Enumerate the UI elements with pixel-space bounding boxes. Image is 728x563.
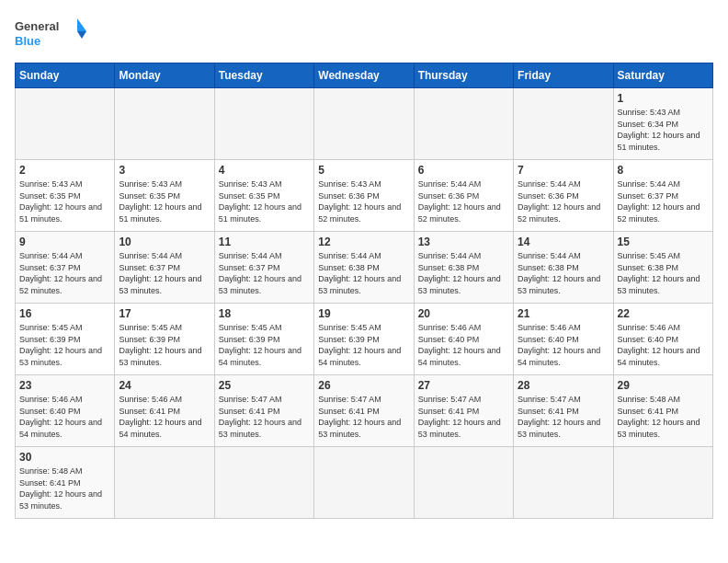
weekday-header-sunday: Sunday: [16, 63, 115, 88]
weekday-header-friday: Friday: [514, 63, 613, 88]
calendar-cell: 2Sunrise: 5:43 AM Sunset: 6:35 PM Daylig…: [16, 160, 115, 232]
day-number: 10: [119, 236, 210, 248]
day-info: Sunrise: 5:44 AM Sunset: 6:38 PM Dayligh…: [318, 250, 409, 296]
calendar-cell: 9Sunrise: 5:44 AM Sunset: 6:37 PM Daylig…: [16, 232, 115, 304]
day-number: 8: [618, 164, 709, 177]
generalblue-logo: General Blue: [15, 15, 88, 52]
calendar-cell: [414, 88, 513, 160]
calendar-cell: [514, 447, 613, 519]
calendar-cell: 21Sunrise: 5:46 AM Sunset: 6:40 PM Dayli…: [514, 304, 613, 375]
day-info: Sunrise: 5:44 AM Sunset: 6:37 PM Dayligh…: [19, 250, 110, 296]
day-info: Sunrise: 5:47 AM Sunset: 6:41 PM Dayligh…: [318, 394, 409, 440]
calendar-cell: 19Sunrise: 5:45 AM Sunset: 6:39 PM Dayli…: [314, 304, 414, 375]
day-number: 5: [318, 164, 409, 177]
day-number: 24: [119, 379, 210, 392]
day-number: 9: [19, 236, 110, 248]
day-info: Sunrise: 5:48 AM Sunset: 6:41 PM Dayligh…: [618, 394, 709, 440]
day-number: 4: [219, 164, 310, 177]
day-number: 15: [618, 236, 709, 248]
day-number: 21: [518, 307, 609, 320]
day-info: Sunrise: 5:43 AM Sunset: 6:35 PM Dayligh…: [219, 178, 310, 224]
day-info: Sunrise: 5:44 AM Sunset: 6:38 PM Dayligh…: [418, 250, 509, 296]
day-info: Sunrise: 5:47 AM Sunset: 6:41 PM Dayligh…: [219, 394, 310, 440]
calendar-cell: 26Sunrise: 5:47 AM Sunset: 6:41 PM Dayli…: [314, 375, 414, 447]
logo-svg: General Blue: [15, 15, 88, 55]
logo: General Blue: [15, 15, 88, 55]
day-info: Sunrise: 5:45 AM Sunset: 6:39 PM Dayligh…: [318, 322, 409, 368]
svg-marker-3: [77, 31, 86, 39]
calendar-cell: 27Sunrise: 5:47 AM Sunset: 6:41 PM Dayli…: [414, 375, 513, 447]
calendar-cell: 15Sunrise: 5:45 AM Sunset: 6:38 PM Dayli…: [613, 232, 712, 304]
day-number: 26: [318, 379, 409, 392]
calendar-cell: 8Sunrise: 5:44 AM Sunset: 6:37 PM Daylig…: [613, 160, 712, 232]
calendar-row-4: 23Sunrise: 5:46 AM Sunset: 6:40 PM Dayli…: [16, 375, 713, 447]
day-number: 11: [219, 236, 310, 248]
calendar-cell: 25Sunrise: 5:47 AM Sunset: 6:41 PM Dayli…: [214, 375, 313, 447]
calendar-cell: 13Sunrise: 5:44 AM Sunset: 6:38 PM Dayli…: [414, 232, 513, 304]
calendar-cell: 23Sunrise: 5:46 AM Sunset: 6:40 PM Dayli…: [16, 375, 115, 447]
weekday-header-row: SundayMondayTuesdayWednesdayThursdayFrid…: [16, 63, 713, 88]
day-info: Sunrise: 5:43 AM Sunset: 6:34 PM Dayligh…: [618, 107, 709, 153]
calendar-cell: 20Sunrise: 5:46 AM Sunset: 6:40 PM Dayli…: [414, 304, 513, 375]
day-number: 22: [618, 307, 709, 320]
day-info: Sunrise: 5:44 AM Sunset: 6:37 PM Dayligh…: [119, 250, 210, 296]
day-number: 12: [318, 236, 409, 248]
weekday-header-saturday: Saturday: [613, 63, 712, 88]
day-number: 1: [618, 92, 709, 105]
calendar-row-0: 1Sunrise: 5:43 AM Sunset: 6:34 PM Daylig…: [16, 88, 713, 160]
calendar-cell: [115, 88, 214, 160]
calendar-cell: 6Sunrise: 5:44 AM Sunset: 6:36 PM Daylig…: [414, 160, 513, 232]
calendar-cell: [214, 88, 313, 160]
weekday-header-thursday: Thursday: [414, 63, 513, 88]
day-info: Sunrise: 5:44 AM Sunset: 6:36 PM Dayligh…: [418, 178, 509, 224]
calendar-cell: 1Sunrise: 5:43 AM Sunset: 6:34 PM Daylig…: [613, 88, 712, 160]
day-number: 19: [318, 307, 409, 320]
day-info: Sunrise: 5:45 AM Sunset: 6:39 PM Dayligh…: [219, 322, 310, 368]
day-number: 13: [418, 236, 509, 248]
day-info: Sunrise: 5:47 AM Sunset: 6:41 PM Dayligh…: [518, 394, 609, 440]
day-info: Sunrise: 5:44 AM Sunset: 6:37 PM Dayligh…: [219, 250, 310, 296]
calendar-cell: 16Sunrise: 5:45 AM Sunset: 6:39 PM Dayli…: [16, 304, 115, 375]
calendar-cell: 17Sunrise: 5:45 AM Sunset: 6:39 PM Dayli…: [115, 304, 214, 375]
day-info: Sunrise: 5:45 AM Sunset: 6:39 PM Dayligh…: [119, 322, 210, 368]
day-info: Sunrise: 5:46 AM Sunset: 6:40 PM Dayligh…: [418, 322, 509, 368]
calendar-cell: 14Sunrise: 5:44 AM Sunset: 6:38 PM Dayli…: [514, 232, 613, 304]
day-number: 14: [518, 236, 609, 248]
day-info: Sunrise: 5:43 AM Sunset: 6:36 PM Dayligh…: [318, 178, 409, 224]
calendar-row-3: 16Sunrise: 5:45 AM Sunset: 6:39 PM Dayli…: [16, 304, 713, 375]
day-info: Sunrise: 5:47 AM Sunset: 6:41 PM Dayligh…: [418, 394, 509, 440]
day-info: Sunrise: 5:44 AM Sunset: 6:36 PM Dayligh…: [518, 178, 609, 224]
day-number: 2: [19, 164, 110, 177]
calendar-cell: 7Sunrise: 5:44 AM Sunset: 6:36 PM Daylig…: [514, 160, 613, 232]
calendar-cell: 5Sunrise: 5:43 AM Sunset: 6:36 PM Daylig…: [314, 160, 414, 232]
calendar-cell: [16, 88, 115, 160]
day-number: 27: [418, 379, 509, 392]
calendar-cell: 12Sunrise: 5:44 AM Sunset: 6:38 PM Dayli…: [314, 232, 414, 304]
day-number: 6: [418, 164, 509, 177]
calendar-cell: [115, 447, 214, 519]
day-info: Sunrise: 5:48 AM Sunset: 6:41 PM Dayligh…: [19, 465, 110, 511]
calendar-cell: [314, 88, 414, 160]
calendar-cell: 18Sunrise: 5:45 AM Sunset: 6:39 PM Dayli…: [214, 304, 313, 375]
calendar-cell: 11Sunrise: 5:44 AM Sunset: 6:37 PM Dayli…: [214, 232, 313, 304]
day-number: 23: [19, 379, 110, 392]
weekday-header-monday: Monday: [115, 63, 214, 88]
svg-text:General: General: [15, 19, 59, 33]
day-info: Sunrise: 5:43 AM Sunset: 6:35 PM Dayligh…: [19, 178, 110, 224]
page-header: General Blue: [15, 15, 713, 55]
calendar-cell: [514, 88, 613, 160]
calendar-cell: [414, 447, 513, 519]
day-info: Sunrise: 5:45 AM Sunset: 6:38 PM Dayligh…: [618, 250, 709, 296]
calendar-cell: 22Sunrise: 5:46 AM Sunset: 6:40 PM Dayli…: [613, 304, 712, 375]
day-info: Sunrise: 5:46 AM Sunset: 6:40 PM Dayligh…: [518, 322, 609, 368]
weekday-header-wednesday: Wednesday: [314, 63, 414, 88]
day-info: Sunrise: 5:46 AM Sunset: 6:40 PM Dayligh…: [19, 394, 110, 440]
svg-text:Blue: Blue: [15, 34, 40, 48]
calendar-row-5: 30Sunrise: 5:48 AM Sunset: 6:41 PM Dayli…: [16, 447, 713, 519]
calendar-cell: 3Sunrise: 5:43 AM Sunset: 6:35 PM Daylig…: [115, 160, 214, 232]
day-number: 30: [19, 451, 110, 464]
day-number: 7: [518, 164, 609, 177]
calendar-cell: [613, 447, 712, 519]
calendar-cell: 30Sunrise: 5:48 AM Sunset: 6:41 PM Dayli…: [16, 447, 115, 519]
day-info: Sunrise: 5:45 AM Sunset: 6:39 PM Dayligh…: [19, 322, 110, 368]
